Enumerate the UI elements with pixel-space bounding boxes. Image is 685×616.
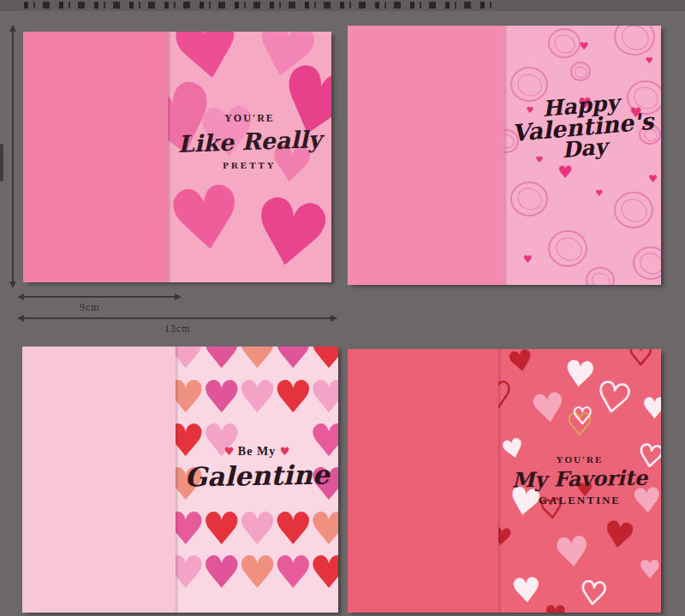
card4-heart-scatter: ♥♥♥♥♥♥♥♥♥♥♥♥♥♥♥♥♥♥♥♥ [498, 349, 661, 613]
scribble-circle [548, 230, 587, 267]
heart-shape: ♥ [168, 172, 250, 268]
heart-shape: ♥ [498, 376, 515, 414]
scribble-circle [614, 26, 655, 56]
scribble-circle [639, 124, 661, 145]
heart-shape: ♥ [242, 183, 331, 282]
double-heart-icon: ♥ ♥ [567, 410, 593, 439]
height-dimension-arrow [12, 31, 14, 282]
heart-shape: ♥ [309, 375, 338, 419]
heart-shape: ♥ [551, 529, 593, 573]
scribble-circle [510, 67, 548, 102]
scribble-circle [614, 192, 653, 228]
scribble-circle [548, 28, 581, 58]
heart-shape: ♥ [646, 56, 653, 65]
heart-shape: ♥ [536, 156, 544, 164]
card-youre-my-favorite-galentine[interactable]: ♥♥♥♥♥♥♥♥♥♥♥♥♥♥♥♥♥♥♥♥ ♥ ♥ YOU'RE My Favor… [348, 349, 661, 613]
heart-shape: ♥ [539, 495, 565, 524]
card1-front-panel: ♥♥♥♥♥♥♥♥ YOU'RE Like Really PRETTY [168, 32, 331, 282]
scribble-circle [510, 181, 548, 216]
heart-shape: ♥ [201, 550, 241, 595]
card2-doodle-pattern: ♥♥♥♥♥♥♥♥♥♥ [504, 26, 661, 285]
front-width-arrow [23, 296, 176, 298]
scribble-circle [586, 267, 615, 285]
heart-shape: ♥ [578, 96, 592, 111]
card3-back-panel [22, 346, 176, 613]
front-width-label: 9cm [80, 301, 100, 314]
heart-shape: ♥ [237, 550, 277, 595]
heart-shape: ♥ [580, 41, 589, 51]
heart-shape: ♥ [629, 106, 641, 120]
heart-shape: ♥ [523, 254, 533, 264]
card-happy-valentines-day[interactable]: ♥♥♥♥♥♥♥♥♥♥ Happy Valentine's Day [348, 26, 661, 285]
heart-shape: ♥ [309, 506, 338, 551]
full-width-label: 13cm [164, 323, 191, 335]
heart-shape: ♥ [176, 462, 206, 506]
heart-shape: ♥ [641, 394, 661, 423]
heart-shape: ♥ [309, 550, 338, 595]
heart-shape: ♥ [648, 174, 658, 184]
scribble-circle [570, 62, 591, 80]
heart-shape: ♥ [309, 462, 338, 506]
cropped-title-strip [0, 0, 685, 11]
card4-front-panel: ♥♥♥♥♥♥♥♥♥♥♥♥♥♥♥♥♥♥♥♥ ♥ ♥ YOU'RE My Favor… [498, 349, 661, 613]
full-width-arrow [23, 317, 331, 319]
heart-shape: ♥ [498, 524, 513, 550]
heart-shape: ♥ [201, 375, 241, 419]
heart-shape: ♥ [273, 375, 313, 419]
scribble-circle [504, 129, 519, 153]
heart-shape: ♥ [273, 506, 313, 551]
heart-shape: ♥ [557, 163, 573, 181]
cropped-height-label [0, 144, 3, 181]
heart-shape: ♥ [562, 355, 598, 394]
heart-shape: ♥ [273, 550, 313, 595]
card4-back-panel [348, 349, 498, 613]
heart-shape: ♥ [628, 349, 653, 369]
heart-shape: ♥ [630, 483, 661, 518]
heart-shape: ♥ [593, 376, 634, 420]
heart-shape: ♥ [636, 440, 661, 472]
card1-watercolor-hearts: ♥♥♥♥♥♥♥♥ [168, 32, 331, 282]
heart-shape: ♥ [638, 557, 661, 583]
heart-shape: ♥ [527, 106, 534, 115]
heart-shape: ♥ [578, 577, 609, 610]
heart-shape: ♥ [528, 387, 569, 430]
card2-front-panel: ♥♥♥♥♥♥♥♥♥♥ Happy Valentine's Day [504, 26, 661, 285]
heart-shape: ♥ [237, 506, 277, 551]
card1-back-panel [23, 32, 168, 282]
scribble-circle [633, 246, 661, 280]
heart-shape: ♥ [595, 189, 603, 198]
heart-shape: ♥ [237, 375, 277, 419]
heart-shape: ♥ [201, 418, 241, 463]
heart-shape: ♥ [600, 516, 637, 556]
card-be-my-galentine[interactable]: ♥♥♥♥♥♥♥♥♥♥♥♥♥♥♥♥♥♥♥♥♥♥♥♥♥ ♥ Be My ♥ Gale… [22, 346, 338, 613]
card-youre-like-really-pretty[interactable]: ♥♥♥♥♥♥♥♥ YOU'RE Like Really PRETTY [23, 32, 331, 282]
cropped-title-text [24, 2, 493, 9]
heart-shape: ♥ [195, 98, 261, 170]
heart-shape: ♥ [201, 506, 241, 551]
card3-heart-grid: ♥♥♥♥♥♥♥♥♥♥♥♥♥♥♥♥♥♥♥♥♥♥♥♥♥ [176, 346, 338, 613]
heart-shape: ♥ [576, 481, 593, 500]
heart-shape: ♥ [544, 602, 567, 613]
mockup-canvas: ♥♥♥♥♥♥♥♥ YOU'RE Like Really PRETTY ♥♥♥♥♥… [0, 0, 685, 616]
card3-front-panel: ♥♥♥♥♥♥♥♥♥♥♥♥♥♥♥♥♥♥♥♥♥♥♥♥♥ ♥ Be My ♥ Gale… [176, 346, 338, 613]
heart-shape: ♥ [499, 434, 527, 465]
heart-shape: ♥ [510, 572, 544, 608]
heart-shape: ♥ [309, 418, 338, 463]
card2-back-panel [348, 26, 504, 285]
